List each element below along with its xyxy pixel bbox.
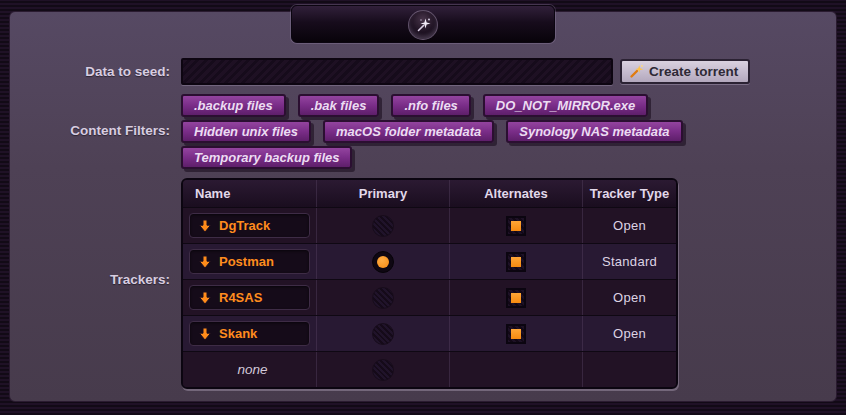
column-header-tracker-type: Tracker Type bbox=[583, 180, 676, 207]
table-row-none: none bbox=[183, 351, 676, 387]
tracker-name-button[interactable]: Postman bbox=[189, 249, 310, 274]
content-filter-chips: .backup files .bak files .nfo files DO_N… bbox=[181, 94, 661, 172]
filter-chip[interactable]: .bak files bbox=[298, 94, 380, 117]
content-filters-label: Content Filters: bbox=[0, 123, 170, 138]
tracker-name-button[interactable]: R4SAS bbox=[189, 285, 310, 310]
trackers-table: Name Primary Alternates Tracker Type DgT… bbox=[181, 178, 678, 389]
alternates-checkbox[interactable] bbox=[506, 216, 526, 236]
down-arrow-icon bbox=[198, 327, 212, 341]
tracker-name-label: Skank bbox=[219, 326, 257, 341]
primary-radio[interactable] bbox=[372, 323, 394, 345]
tracker-name-none: none bbox=[189, 362, 316, 377]
filter-chip[interactable]: DO_NOT_MIRROR.exe bbox=[483, 94, 648, 117]
magic-wand-sparkle-icon[interactable] bbox=[408, 10, 438, 40]
alternates-checkbox[interactable] bbox=[506, 288, 526, 308]
table-row: DgTrack Open bbox=[183, 207, 676, 243]
collapse-bar-button[interactable] bbox=[291, 5, 555, 43]
primary-radio[interactable] bbox=[372, 287, 394, 309]
tracker-name-label: Postman bbox=[219, 254, 274, 269]
wand-icon bbox=[629, 64, 644, 79]
column-header-primary: Primary bbox=[317, 180, 450, 207]
filter-chip[interactable]: macOS folder metadata bbox=[323, 120, 494, 143]
tracker-type-value: Open bbox=[613, 218, 646, 233]
data-to-seed-label: Data to seed: bbox=[0, 64, 170, 79]
table-row: Skank Open bbox=[183, 315, 676, 351]
trackers-label: Trackers: bbox=[0, 272, 170, 287]
filter-chip[interactable]: Temporary backup files bbox=[181, 146, 352, 169]
primary-radio[interactable] bbox=[372, 359, 394, 381]
filter-chip[interactable]: Synology NAS metadata bbox=[506, 120, 682, 143]
alternates-checkbox[interactable] bbox=[506, 324, 526, 344]
tracker-name-button[interactable]: DgTrack bbox=[189, 213, 310, 238]
primary-radio[interactable] bbox=[372, 251, 394, 273]
tracker-type-value: Open bbox=[613, 326, 646, 341]
tracker-type-value: Standard bbox=[602, 254, 657, 269]
column-header-name: Name bbox=[183, 180, 317, 207]
create-torrent-button[interactable]: Create torrent bbox=[620, 59, 750, 84]
create-torrent-label: Create torrent bbox=[649, 64, 738, 79]
filter-chip[interactable]: .nfo files bbox=[391, 94, 470, 117]
down-arrow-icon bbox=[198, 255, 212, 269]
table-header-row: Name Primary Alternates Tracker Type bbox=[183, 180, 676, 207]
filter-chip[interactable]: Hidden unix files bbox=[181, 120, 311, 143]
filter-chip[interactable]: .backup files bbox=[181, 94, 286, 117]
tracker-name-button[interactable]: Skank bbox=[189, 321, 310, 346]
table-row: R4SAS Open bbox=[183, 279, 676, 315]
tracker-type-value: Open bbox=[613, 290, 646, 305]
down-arrow-icon bbox=[198, 219, 212, 233]
alternates-checkbox[interactable] bbox=[506, 252, 526, 272]
data-to-seed-input[interactable] bbox=[181, 58, 613, 85]
tracker-name-label: DgTrack bbox=[219, 218, 270, 233]
column-header-alternates: Alternates bbox=[450, 180, 583, 207]
tracker-name-label: R4SAS bbox=[219, 290, 262, 305]
down-arrow-icon bbox=[198, 291, 212, 305]
primary-radio[interactable] bbox=[372, 215, 394, 237]
table-row: Postman Standard bbox=[183, 243, 676, 279]
